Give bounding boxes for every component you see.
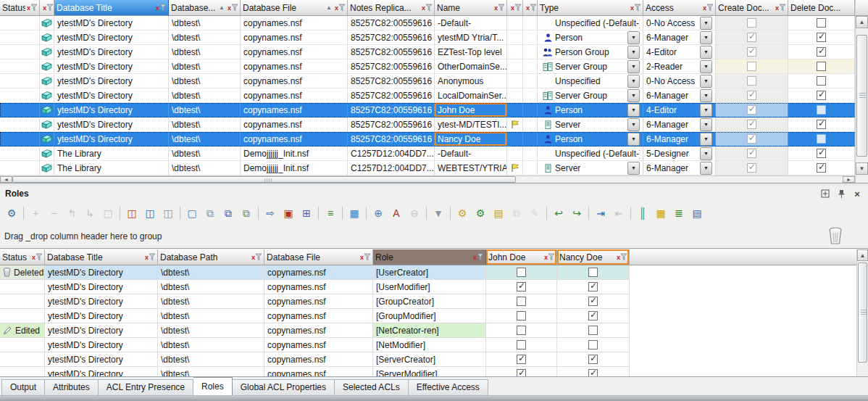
john-doe-role-checkbox[interactable] — [517, 326, 526, 335]
column-header-database-title[interactable]: Database Titlex — [54, 0, 169, 16]
filter-icon[interactable]: x — [544, 253, 554, 261]
tab-effective-access[interactable]: Effective Access — [409, 379, 488, 395]
filter-icon[interactable]: x — [617, 253, 627, 261]
freeze-columns-icon[interactable]: ◫ — [123, 205, 141, 221]
scroll-right-button[interactable]: ► — [843, 176, 855, 183]
filter-icon[interactable]: x — [473, 253, 483, 261]
acl-entry-row[interactable]: ytestMD's Directory\dbtest\copynames.nsf… — [0, 117, 868, 132]
acl-entry-row[interactable]: ytestMD's Directory\dbtest\copynames.nsf… — [0, 59, 868, 74]
nancy-doe-role-checkbox[interactable] — [588, 282, 598, 292]
nancy-doe-role-checkbox[interactable] — [588, 340, 598, 350]
john-doe-role-checkbox[interactable] — [517, 340, 526, 350]
role-row[interactable]: ytestMD's Directory\dbtest\copynames.nsf… — [0, 338, 868, 352]
type-dropdown[interactable]: ▼ — [627, 104, 640, 117]
role-row[interactable]: EditedytestMD's Directory\dbtest\copynam… — [0, 323, 868, 338]
access-dropdown[interactable]: ▼ — [700, 162, 712, 175]
pin-panel-icon[interactable] — [835, 189, 847, 199]
type-dropdown[interactable]: ▼ — [627, 46, 640, 59]
nancy-doe-role-checkbox[interactable] — [588, 355, 598, 364]
nancy-doe-role-checkbox[interactable] — [588, 297, 598, 306]
vertical-scrollbar[interactable]: ▲ ▼ — [855, 0, 868, 183]
scroll-left-button[interactable]: ◄ — [0, 176, 12, 183]
horizontal-scrollbar[interactable]: ◄ ► — [0, 175, 855, 183]
delete-doc-checkbox[interactable] — [817, 105, 826, 115]
nancy-doe-role-checkbox[interactable] — [588, 369, 598, 376]
access-dropdown[interactable]: ▼ — [700, 89, 712, 102]
roles-column-header-nancy-doe[interactable]: Nancy Doex — [557, 249, 630, 265]
filter-icon[interactable]: x — [251, 253, 262, 261]
filter-icon[interactable]: x — [27, 4, 37, 12]
grid-properties-icon[interactable]: ⚙ — [3, 205, 20, 221]
filter-icon[interactable]: x — [145, 253, 155, 261]
access-dropdown[interactable]: ▼ — [700, 104, 712, 117]
column-header-type[interactable]: Typex — [538, 0, 643, 16]
export-toolbox-icon[interactable]: ▣ — [280, 205, 297, 221]
column-header-status[interactable]: Statusx — [0, 0, 40, 16]
role-row[interactable]: ytestMD's Directory\dbtest\copynames.nsf… — [0, 352, 868, 367]
copy-icon[interactable]: ⧉ — [201, 205, 219, 221]
acl-entry-row[interactable]: ytestMD's Directory\dbtest\copynames.nsf… — [0, 103, 868, 117]
filter-icon[interactable]: x — [32, 253, 42, 261]
column-header-access[interactable]: Accessx — [643, 0, 716, 16]
horizontal-scroll-thumb[interactable] — [12, 176, 516, 183]
filter-rows-icon[interactable]: ▼ — [430, 205, 447, 221]
roles-vertical-scrollbar[interactable]: ▲ — [856, 249, 868, 376]
tab-acl-entry-presence[interactable]: ACL Entry Presence — [99, 379, 193, 395]
close-panel-icon[interactable]: × — [851, 189, 863, 199]
delete-doc-checkbox[interactable] — [817, 47, 826, 57]
filter-icon[interactable]: x — [703, 4, 713, 12]
column-header-notes-replica[interactable]: Notes Replica...x — [348, 0, 435, 16]
vertical-scroll-thumb[interactable] — [856, 35, 867, 157]
create-doc-checkbox[interactable] — [747, 105, 756, 115]
grid-comments-icon[interactable]: ▦ — [652, 205, 669, 221]
tab-roles[interactable]: Roles — [193, 377, 233, 395]
column-header-name[interactable]: Namex — [435, 0, 507, 16]
copy-options-icon[interactable]: ⧉ — [238, 205, 255, 221]
delete-doc-checkbox[interactable] — [817, 18, 826, 28]
filter-icon[interactable]: x — [156, 4, 166, 12]
access-dropdown[interactable]: ▼ — [700, 133, 712, 146]
access-dropdown[interactable]: ▼ — [700, 118, 712, 131]
acl-entry-row[interactable]: ytestMD's Directory\dbtest\copynames.nsf… — [0, 88, 868, 103]
apply-config-icon[interactable]: ⚙ — [472, 205, 489, 221]
type-dropdown[interactable]: ▼ — [627, 60, 640, 73]
highlight-columns-icon[interactable]: ◫ — [141, 205, 159, 221]
nancy-doe-role-checkbox[interactable] — [588, 311, 598, 321]
acl-entry-row[interactable]: The Library\dbtest\Demojjjjjj_Init.nsfC1… — [0, 146, 868, 161]
type-dropdown[interactable]: ▼ — [627, 89, 640, 102]
create-doc-checkbox[interactable] — [747, 18, 756, 28]
delete-doc-checkbox[interactable] — [817, 149, 826, 158]
group-rows-icon[interactable]: ≣ — [670, 205, 688, 221]
role-row[interactable]: DeletedytestMD's Directory\dbtest\copyna… — [0, 265, 868, 280]
roles-column-header-john-doe[interactable]: John Doex — [486, 249, 557, 265]
create-doc-checkbox[interactable] — [747, 47, 756, 57]
filter-icon[interactable]: x — [511, 4, 521, 12]
export-document-icon[interactable]: ⇨ — [262, 205, 279, 221]
undo-row-icon[interactable]: ↩ — [550, 205, 567, 221]
role-row[interactable]: ytestMD's Directory\dbtest\copynames.nsf… — [0, 280, 868, 294]
filter-icon[interactable]: x — [526, 4, 536, 12]
filter-icon[interactable]: x — [43, 4, 53, 12]
nancy-doe-role-checkbox[interactable] — [588, 326, 598, 335]
create-doc-checkbox[interactable] — [747, 91, 756, 100]
roles-column-header-database-path[interactable]: Database Pathx — [158, 249, 264, 265]
column-header-admin-flag[interactable]: x — [507, 0, 523, 16]
filter-icon[interactable]: x — [494, 4, 504, 12]
delete-doc-checkbox[interactable] — [817, 76, 826, 86]
john-doe-role-checkbox[interactable] — [517, 268, 526, 277]
john-doe-role-checkbox[interactable] — [517, 355, 526, 364]
zoom-font-icon[interactable]: A — [388, 205, 405, 221]
type-dropdown[interactable]: ▼ — [627, 133, 640, 146]
access-dropdown[interactable]: ▼ — [700, 17, 712, 30]
manage-columns-icon[interactable]: ◫ — [159, 205, 177, 221]
access-dropdown[interactable]: ▼ — [700, 147, 712, 160]
role-row[interactable]: ytestMD's Directory\dbtest\copynames.nsf… — [0, 367, 868, 376]
column-header-create-doc[interactable]: Create Doc...x — [716, 0, 788, 16]
delete-doc-checkbox[interactable] — [817, 120, 826, 129]
type-dropdown[interactable]: ▼ — [627, 162, 640, 175]
filter-icon[interactable]: x — [228, 4, 238, 12]
filter-icon[interactable]: x — [775, 4, 785, 12]
column-state-icon[interactable]: ║ — [634, 205, 651, 221]
row-height-icon[interactable]: ▤ — [688, 205, 706, 221]
maximize-panel-icon[interactable] — [819, 189, 831, 199]
